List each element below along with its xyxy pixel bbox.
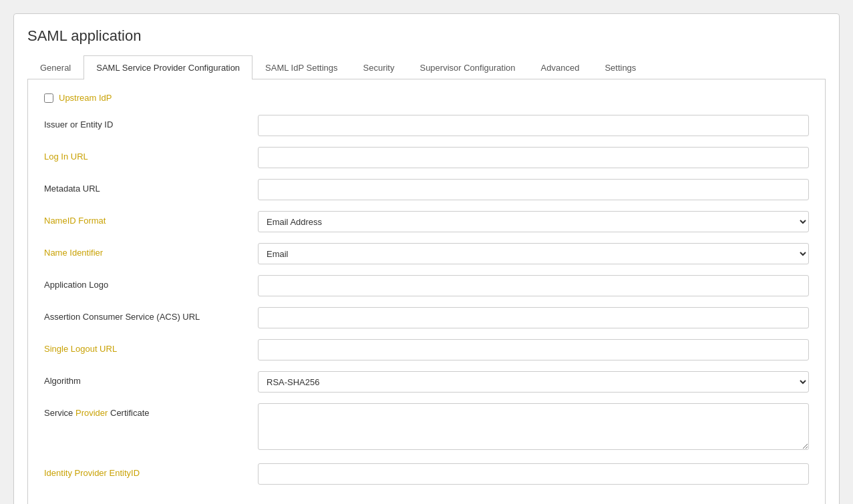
form-panel: Upstream IdP Issuer or Entity ID Log In …	[27, 79, 826, 504]
sp-certificate-label-text-3: Certificate	[108, 408, 149, 418]
login-url-label: Log In URL	[44, 147, 258, 162]
sp-certificate-control	[258, 403, 809, 453]
algorithm-select[interactable]: RSA-SHA256 RSA-SHA1	[258, 371, 809, 393]
tab-security[interactable]: Security	[351, 55, 407, 79]
tab-saml-sp-config[interactable]: SAML Service Provider Configuration	[83, 55, 252, 79]
app-logo-input[interactable]	[258, 275, 809, 296]
single-logout-row: Single Logout URL	[44, 339, 809, 360]
idp-entity-row: Identity Provider EntityID	[44, 463, 809, 485]
nameid-format-select[interactable]: Email Address Persistent Transient Unspe…	[258, 211, 809, 232]
app-logo-row: Application Logo	[44, 275, 809, 296]
page-container: SAML application General SAML Service Pr…	[13, 13, 840, 504]
metadata-url-label: Metadata URL	[44, 179, 258, 194]
app-logo-control	[258, 275, 809, 296]
single-logout-label: Single Logout URL	[44, 339, 258, 354]
nameid-format-label: NameID Format	[44, 211, 258, 226]
metadata-url-control	[258, 179, 809, 200]
tab-supervisor-config[interactable]: Supervisor Configuration	[407, 55, 528, 79]
name-identifier-label: Name Identifier	[44, 243, 258, 258]
acs-url-control	[258, 307, 809, 328]
idp-entity-label: Identity Provider EntityID	[44, 463, 258, 478]
acs-url-row: Assertion Consumer Service (ACS) URL	[44, 307, 809, 328]
tab-settings[interactable]: Settings	[592, 55, 649, 79]
issuer-label: Issuer or Entity ID	[44, 115, 258, 130]
upstream-idp-label[interactable]: Upstream IdP	[59, 93, 112, 103]
tab-saml-idp-settings[interactable]: SAML IdP Settings	[252, 55, 350, 79]
tab-general[interactable]: General	[27, 55, 83, 79]
name-identifier-select[interactable]: Email Username User ID	[258, 243, 809, 264]
page-title: SAML application	[27, 27, 826, 45]
issuer-input[interactable]	[258, 115, 809, 136]
login-url-control	[258, 147, 809, 168]
name-identifier-control: Email Username User ID	[258, 243, 809, 264]
sp-certificate-label-text-1: Service	[44, 408, 75, 418]
upstream-idp-row: Upstream IdP	[44, 93, 809, 103]
metadata-url-row: Metadata URL	[44, 179, 809, 200]
nameid-format-control: Email Address Persistent Transient Unspe…	[258, 211, 809, 232]
algorithm-control: RSA-SHA256 RSA-SHA1	[258, 371, 809, 393]
tab-bar: General SAML Service Provider Configurat…	[27, 55, 826, 79]
idp-entity-input[interactable]	[258, 463, 809, 485]
sp-certificate-label-text-2: Provider	[75, 408, 108, 418]
upstream-idp-checkbox[interactable]	[44, 93, 53, 103]
sp-certificate-textarea[interactable]	[258, 403, 809, 450]
login-url-input[interactable]	[258, 147, 809, 168]
name-identifier-row: Name Identifier Email Username User ID	[44, 243, 809, 264]
algorithm-label: Algorithm	[44, 371, 258, 386]
idp-entity-control	[258, 463, 809, 485]
sp-certificate-row: Service Provider Certificate	[44, 403, 809, 453]
tab-advanced[interactable]: Advanced	[528, 55, 592, 79]
algorithm-row: Algorithm RSA-SHA256 RSA-SHA1	[44, 371, 809, 393]
sp-certificate-label: Service Provider Certificate	[44, 403, 258, 418]
issuer-row: Issuer or Entity ID	[44, 115, 809, 136]
app-logo-label: Application Logo	[44, 275, 258, 290]
login-url-row: Log In URL	[44, 147, 809, 168]
single-logout-control	[258, 339, 809, 360]
acs-url-label: Assertion Consumer Service (ACS) URL	[44, 307, 258, 322]
issuer-control	[258, 115, 809, 136]
single-logout-input[interactable]	[258, 339, 809, 360]
acs-url-input[interactable]	[258, 307, 809, 328]
nameid-format-row: NameID Format Email Address Persistent T…	[44, 211, 809, 232]
metadata-url-input[interactable]	[258, 179, 809, 200]
